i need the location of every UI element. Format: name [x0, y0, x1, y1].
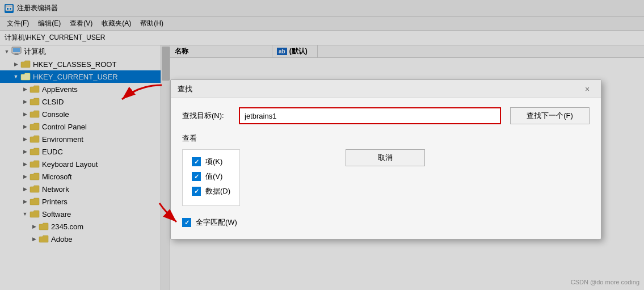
cancel-button[interactable]: 取消 [346, 149, 425, 166]
dialog-title: 查找 [178, 84, 192, 94]
checkbox-label-fullmatch: 全字匹配(W) [196, 217, 237, 228]
checkbox-row-data: 数据(D) [192, 186, 230, 196]
checkbox-row-key: 项(K) [192, 157, 230, 167]
checkbox-value[interactable] [192, 172, 201, 181]
cancel-section: 取消 [346, 149, 425, 213]
checkbox-fullmatch[interactable] [182, 218, 191, 227]
watermark: CSDN @do more coding [571, 279, 639, 285]
checkbox-row-value: 值(V) [192, 171, 230, 182]
dialog-body: 查找目标(N): 查找下一个(F) 查看 项(K) 值(V) [171, 98, 601, 239]
checkbox-label-key: 项(K) [205, 157, 222, 167]
options-layout: 项(K) 值(V) 数据(D) 取消 [182, 149, 590, 213]
checkbox-label-value: 值(V) [205, 171, 222, 182]
checkbox-label-data: 数据(D) [205, 186, 230, 196]
look-label: 查看 [182, 133, 590, 144]
checkbox-data[interactable] [192, 187, 201, 196]
options-section: 查看 项(K) 值(V) 数 [182, 133, 590, 228]
dialog-close-button[interactable]: × [580, 82, 594, 96]
checkboxes-area: 项(K) 值(V) 数据(D) [182, 149, 240, 206]
find-next-button[interactable]: 查找下一个(F) [510, 107, 590, 124]
search-input[interactable] [239, 107, 501, 124]
search-row: 查找目标(N): 查找下一个(F) [182, 107, 590, 124]
full-match-row: 全字匹配(W) [182, 217, 590, 228]
checkbox-key[interactable] [192, 157, 201, 166]
dialog-title-bar: 查找 × [171, 80, 601, 98]
find-dialog: 查找 × 查找目标(N): 查找下一个(F) 查看 项(K) [170, 79, 601, 239]
search-label: 查找目标(N): [182, 111, 239, 121]
